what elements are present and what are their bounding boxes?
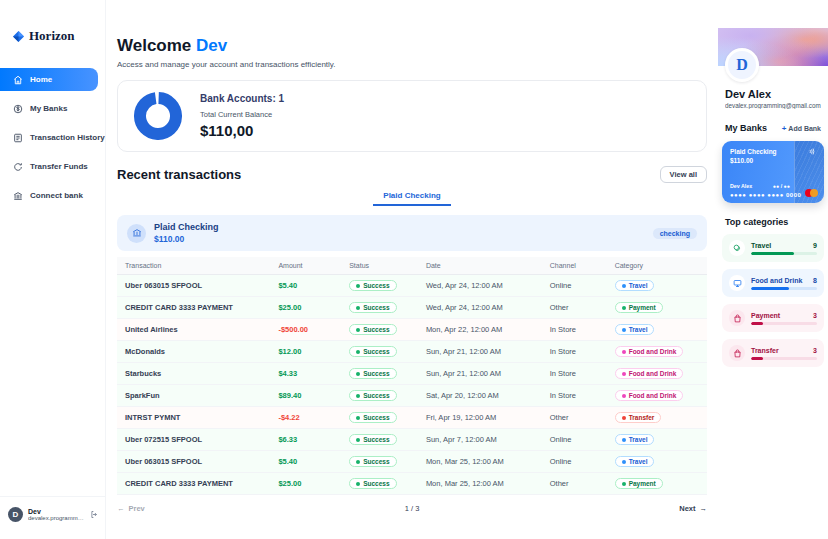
bank-tabs: Plaid Checking: [117, 191, 707, 206]
balance-info: Bank Accounts: 1 Total Current Balance $…: [200, 93, 284, 139]
table-row[interactable]: United Airlines -$500.00 Success Mon, Ap…: [117, 319, 707, 341]
transaction-name: Starbucks: [117, 363, 270, 385]
contactless-icon: [808, 147, 817, 156]
avatar: D: [8, 507, 23, 522]
sidebar-item-home[interactable]: Home: [0, 68, 98, 91]
prev-label: Prev: [129, 504, 145, 513]
transaction-amount: $25.00: [270, 473, 341, 495]
brand-logo[interactable]: Horizon: [0, 28, 105, 44]
category-card-food-and-drink: Food and Drink 8: [722, 269, 824, 297]
table-row[interactable]: Uber 072515 SFPOOL $6.33 Success Sun, Ap…: [117, 429, 707, 451]
transaction-amount: -$4.22: [270, 407, 341, 429]
transaction-date: Sun, Apr 21, 12:00 AM: [418, 341, 542, 363]
top-categories-title: Top categories: [725, 217, 821, 227]
transaction-category: Travel: [607, 451, 707, 473]
sidebar-item-label: Connect bank: [30, 191, 83, 200]
transaction-status: Success: [341, 341, 418, 363]
transaction-name: CREDIT CARD 3333 PAYMENT: [117, 473, 270, 495]
sidebar-item-transaction-history[interactable]: Transaction History: [0, 126, 105, 149]
transaction-category: Travel: [607, 275, 707, 297]
transaction-amount: -$500.00: [270, 319, 341, 341]
transaction-amount: $5.40: [270, 275, 341, 297]
next-label: Next: [679, 504, 695, 513]
transaction-status: Success: [341, 319, 418, 341]
table-row[interactable]: McDonalds $12.00 Success Sun, Apr 21, 12…: [117, 341, 707, 363]
brand-name: Horizon: [29, 28, 75, 44]
transaction-status: Success: [341, 297, 418, 319]
sidebar-item-label: Transfer Funds: [30, 162, 88, 171]
transaction-date: Wed, Apr 24, 12:00 AM: [418, 275, 542, 297]
card-number: ●●●● ●●●● ●●●● 0000: [730, 192, 801, 198]
next-page-button[interactable]: Next →: [679, 504, 707, 513]
transaction-category: Payment: [607, 297, 707, 319]
card-meta: Dev Alex ●● / ●●: [730, 183, 790, 189]
table-row[interactable]: CREDIT CARD 3333 PAYMENT $25.00 Success …: [117, 473, 707, 495]
welcome-username: Dev: [196, 36, 227, 55]
transaction-amount: $5.40: [270, 451, 341, 473]
transaction-status: Success: [341, 473, 418, 495]
sidebar-item-connect-bank[interactable]: Connect bank: [0, 184, 105, 207]
bank-debit-card[interactable]: Plaid Checking $110.00 Dev Alex ●● / ●● …: [722, 141, 824, 203]
sidebar-user-email: devalex.programming@gmail.com: [28, 515, 85, 521]
transaction-category: Travel: [607, 319, 707, 341]
home-icon: [13, 75, 23, 85]
transaction-amount: $4.33: [270, 363, 341, 385]
sidebar-item-transfer-funds[interactable]: Transfer Funds: [0, 155, 105, 178]
category-progress: [751, 322, 817, 325]
logout-icon: [90, 510, 99, 519]
main-content: Welcome Dev Access and manage your accou…: [106, 0, 718, 539]
transfer-icon: [13, 162, 23, 172]
table-row[interactable]: INTRST PYMNT -$4.22 Success Fri, Apr 19,…: [117, 407, 707, 429]
add-bank-button[interactable]: + Add Bank: [782, 124, 821, 133]
transaction-channel: In Store: [542, 319, 607, 341]
transaction-name: McDonalds: [117, 341, 270, 363]
transaction-status: Success: [341, 363, 418, 385]
category-label: Food and Drink: [751, 277, 802, 284]
prev-page-button[interactable]: ← Prev: [117, 504, 145, 513]
bank-banner-amount: $110.00: [154, 234, 645, 244]
category-card-payment: Payment 3: [722, 304, 824, 332]
category-progress: [751, 357, 817, 360]
total-balance-card: Bank Accounts: 1 Total Current Balance $…: [117, 80, 707, 152]
welcome-text: Welcome: [117, 36, 191, 55]
transaction-amount: $12.00: [270, 341, 341, 363]
transaction-amount: $89.40: [270, 385, 341, 407]
col-status: Status: [341, 257, 418, 275]
table-row[interactable]: SparkFun $89.40 Success Sat, Apr 20, 12:…: [117, 385, 707, 407]
sidebar-item-my-banks[interactable]: My Banks: [0, 97, 105, 120]
col-amount: Amount: [270, 257, 341, 275]
bank-icon: [127, 224, 146, 243]
transaction-name: Uber 063015 SFPOOL: [117, 451, 270, 473]
my-banks-title: My Banks: [725, 123, 767, 133]
transactions-table: Transaction Amount Status Date Channel C…: [117, 257, 707, 495]
view-all-button[interactable]: View all: [660, 166, 707, 183]
recent-transactions-header: Recent transactions View all: [117, 166, 707, 183]
sidebar-user-info: Dev devalex.programming@gmail.com: [28, 508, 85, 521]
sidebar-item-label: Transaction History: [30, 133, 105, 142]
category-count: 9: [813, 242, 817, 249]
sidebar-user-name: Dev: [28, 508, 85, 515]
category-progress: [751, 252, 817, 255]
table-row[interactable]: Uber 063015 SFPOOL $5.40 Success Mon, Ma…: [117, 451, 707, 473]
transaction-channel: Online: [542, 451, 607, 473]
document-icon: [13, 133, 23, 143]
logout-button[interactable]: [90, 505, 99, 523]
transaction-category: Food and Drink: [607, 341, 707, 363]
balance-amount: $110,00: [200, 122, 284, 139]
sidebar-nav: Home My Banks Transaction History Transf…: [0, 68, 105, 207]
transaction-date: Wed, Apr 24, 12:00 AM: [418, 297, 542, 319]
transaction-name: Uber 072515 SFPOOL: [117, 429, 270, 451]
table-row[interactable]: Uber 063015 SFPOOL $5.40 Success Wed, Ap…: [117, 275, 707, 297]
transaction-date: Mon, Mar 25, 12:00 AM: [418, 473, 542, 495]
transaction-name: INTRST PYMNT: [117, 407, 270, 429]
bank-info-banner[interactable]: Plaid Checking $110.00 checking: [117, 215, 707, 251]
category-label: Transfer: [751, 347, 779, 354]
transaction-status: Success: [341, 407, 418, 429]
table-row[interactable]: Starbucks $4.33 Success Sun, Apr 21, 12:…: [117, 363, 707, 385]
transaction-date: Sun, Apr 21, 12:00 AM: [418, 363, 542, 385]
gem-icon: [13, 31, 24, 42]
plus-icon: +: [782, 124, 787, 133]
transaction-name: CREDIT CARD 3333 PAYMENT: [117, 297, 270, 319]
table-row[interactable]: CREDIT CARD 3333 PAYMENT $25.00 Success …: [117, 297, 707, 319]
tab-plaid-checking[interactable]: Plaid Checking: [373, 191, 450, 206]
